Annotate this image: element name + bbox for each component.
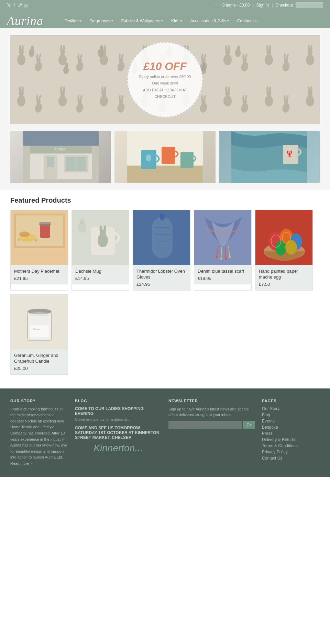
banner-line3: ADD P4GZUHZ0K32M AT (143, 88, 187, 93)
footer-link-delivery[interactable]: Delivery & Returns (262, 437, 320, 442)
product-price: £7.50 (259, 282, 309, 287)
promo-banner[interactable]: £10 OFF Every online order over £50.00 O… (10, 35, 320, 124)
footer-link-bespoke[interactable]: Bespoke (262, 425, 320, 430)
search-input[interactable] (296, 2, 323, 8)
nav-kids[interactable]: Kids ▾ (167, 16, 186, 26)
product-image (194, 210, 251, 265)
blog-post1-title[interactable]: COME TO OUR LADIES SHOPPING EVENING (75, 406, 162, 416)
footer-our-story-heading: OUR STORY (10, 399, 68, 403)
social-icons: 𝕏 f 𝒫 ◎ (7, 2, 28, 8)
blog-post2-title[interactable]: COME AND SEE US TOMORROW SATURDAY 1ST OC… (75, 426, 162, 440)
featured-title: Featured Products (10, 196, 320, 204)
product-name: Mothers Day Placemat (14, 269, 64, 274)
banner-line4: CHECKOUT (154, 94, 176, 99)
svg-rect-76 (30, 325, 49, 337)
svg-text:Aurina: Aurina (54, 147, 65, 151)
svg-rect-16 (76, 157, 86, 171)
newsletter-email-input[interactable] (168, 421, 242, 429)
newsletter-text: Sign up to have Aurina's latest news and… (168, 406, 255, 418)
nav-fragrances[interactable]: Fragrances ▾ (85, 16, 117, 26)
footer-link-events[interactable]: Events (262, 419, 320, 423)
cart-link[interactable]: 0 items - £0.00 (222, 3, 250, 8)
nav-accessories-label: Accessories & Gifts (190, 19, 226, 23)
top-bar-right: 🛒 0 items - £0.00 | Sign in | Checkout (214, 2, 323, 8)
chevron-down-icon: ▾ (111, 19, 113, 23)
chevron-down-icon: ▾ (227, 19, 229, 23)
svg-point-35 (19, 231, 30, 237)
product-name: Dachsie Mug (75, 269, 125, 274)
svg-point-61 (229, 256, 231, 258)
footer-grid: OUR STORY From a crumbling farmhouse in … (10, 399, 320, 467)
footer-pages-heading: PAGES (262, 399, 320, 403)
svg-rect-23 (180, 152, 194, 168)
newsletter-submit-button[interactable]: Go (243, 421, 255, 429)
footer-our-story-text: From a crumbling farmhouse in the midst … (10, 406, 68, 467)
product-price: £19.95 (198, 276, 248, 281)
instagram-icon[interactable]: ◎ (24, 2, 28, 8)
shop-image[interactable]: Aurina (10, 131, 111, 183)
facebook-icon[interactable]: f (13, 2, 15, 8)
footer-pages: PAGES Our Story Blog Events Bespoke Pres… (262, 399, 320, 467)
product-card[interactable]: Denim blue tassel scarf £19.95 (194, 210, 252, 291)
images-row: Aurina 🦞 (0, 131, 330, 190)
product-price: £25.00 (14, 366, 64, 371)
svg-point-59 (220, 258, 222, 260)
footer-link-blog[interactable]: Blog (262, 413, 320, 417)
product-card[interactable]: Aurina Geranium, Ginger and Grapefruit C… (10, 294, 68, 375)
nav-fragrances-label: Fragrances (89, 19, 110, 23)
svg-point-24 (146, 155, 151, 161)
svg-text:Aurina: Aurina (32, 328, 40, 331)
nav-fabrics[interactable]: Fabrics & Wallpapers ▾ (117, 16, 167, 26)
cart-icon: 🛒 (214, 3, 220, 8)
banner-offer-circle: £10 OFF Every online order over £50.00 O… (127, 42, 203, 117)
nav-contact-label: Contact Us (237, 19, 257, 23)
product-image: Mothers Day (11, 210, 68, 265)
product-card[interactable]: Mothers Day Mothers Day Placemat £21.95 (10, 210, 68, 291)
svg-rect-18 (23, 131, 99, 146)
product-info: Mothers Day Placemat £21.95 (11, 265, 68, 284)
product-info: Denim blue tassel scarf £19.95 (194, 265, 251, 284)
footer-link-our-story[interactable]: Our Story (262, 406, 320, 411)
product-info: Thermidor Lobster Oven Gloves £24.95 (133, 265, 190, 290)
banner-offer-text: £10 OFF (143, 60, 187, 73)
svg-rect-32 (40, 224, 50, 238)
banner-container: £10 OFF Every online order over £50.00 O… (0, 28, 330, 131)
svg-rect-33 (39, 222, 51, 226)
nav-textiles[interactable]: Textiles ▾ (60, 16, 85, 26)
nav-accessories[interactable]: Accessories & Gifts ▾ (186, 16, 233, 26)
product-name: Denim blue tassel scarf (198, 269, 248, 274)
nav-contact[interactable]: Contact Us (233, 16, 262, 26)
svg-rect-48 (160, 214, 165, 221)
product-info: Dachsie Mug £14.95 (72, 265, 129, 284)
product-price: £21.95 (14, 276, 64, 281)
product-card[interactable]: Hand painted paper mache egg £7.50 (255, 210, 313, 291)
svg-rect-15 (66, 157, 76, 171)
footer-link-privacy[interactable]: Privacy Policy (262, 450, 320, 454)
pinterest-icon[interactable]: 𝒫 (18, 2, 21, 8)
svg-point-45 (104, 225, 106, 232)
products-grid: Mothers Day Mothers Day Placemat £21.95 (10, 210, 320, 375)
product-card[interactable]: Dachsie Mug £14.95 (72, 210, 129, 291)
svg-rect-22 (162, 147, 175, 164)
footer-newsletter: NEWSLETTER Sign up to have Aurina's late… (168, 399, 255, 467)
main-content: Featured Products Mothers Day (0, 190, 330, 382)
signin-link[interactable]: Sign in (256, 3, 269, 8)
checkout-link[interactable]: Checkout (275, 3, 293, 8)
fabric-image[interactable]: 🦞 (219, 131, 320, 183)
svg-point-44 (100, 225, 102, 232)
footer-link-contact[interactable]: Contact Us (262, 456, 320, 461)
twitter-icon[interactable]: 𝕏 (7, 2, 11, 8)
mugs-image[interactable] (114, 131, 215, 183)
product-name: Hand painted paper mache egg (259, 269, 309, 280)
product-card[interactable]: Thermidor Lobster Oven Gloves £24.95 (133, 210, 190, 291)
footer: OUR STORY From a crumbling farmhouse in … (0, 388, 330, 477)
footer-link-press[interactable]: Press (262, 431, 320, 436)
footer-link-terms[interactable]: Terms & Conditions (262, 443, 320, 448)
logo[interactable]: Aurina (7, 14, 43, 28)
main-nav: Textiles ▾ Fragrances ▾ Fabrics & Wallpa… (60, 16, 262, 26)
nav-textiles-label: Textiles (65, 19, 78, 23)
footer-blog: BLOG COME TO OUR LADIES SHOPPING EVENING… (75, 399, 162, 467)
product-image (255, 210, 312, 265)
product-name: Thermidor Lobster Oven Gloves (136, 269, 187, 280)
blog-post1-sub: Come and join us for a glass of... (75, 417, 162, 421)
